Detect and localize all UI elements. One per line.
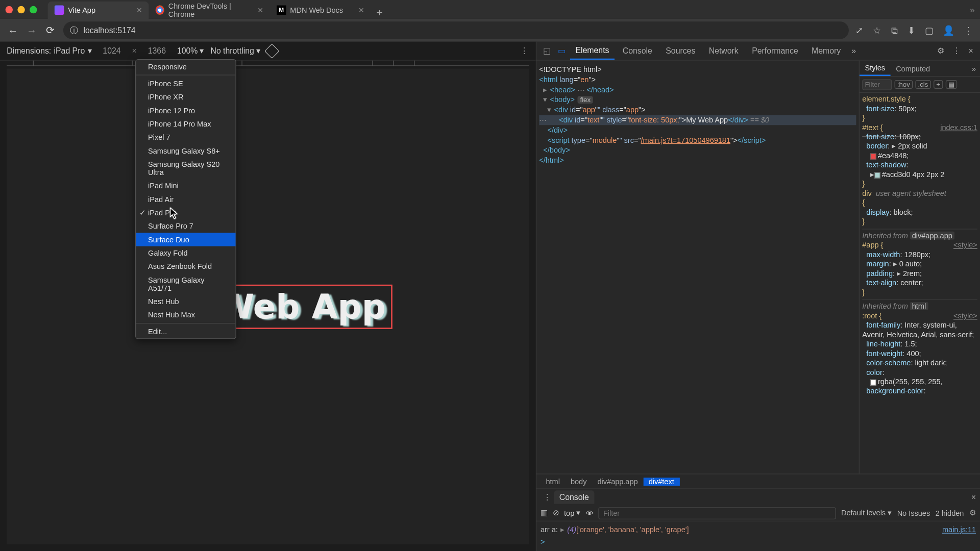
- close-drawer-icon[interactable]: ×: [971, 492, 976, 502]
- tab-mdn[interactable]: M MDN Web Docs ×: [270, 2, 371, 19]
- device-option[interactable]: iPhone 14 Pro Max: [136, 117, 235, 130]
- close-window-button[interactable]: [6, 6, 13, 13]
- console-settings-icon[interactable]: ⚙: [969, 509, 976, 517]
- console-sidebar-icon[interactable]: ▥: [541, 509, 547, 517]
- dom-tree[interactable]: <!DOCTYPE html> <html lang="en"> ▸<head>…: [536, 61, 859, 474]
- computed-tab[interactable]: Computed: [891, 61, 936, 76]
- styles-tab[interactable]: Styles: [860, 61, 891, 76]
- reload-button[interactable]: ⟳: [44, 24, 57, 36]
- drawer-tab-console[interactable]: Console: [554, 490, 594, 504]
- tab-memory[interactable]: Memory: [806, 42, 846, 60]
- new-tab-button[interactable]: +: [371, 7, 388, 19]
- tab-sources[interactable]: Sources: [660, 42, 701, 60]
- console-prompt[interactable]: >: [541, 535, 976, 548]
- device-option[interactable]: Nest Hub Max: [136, 308, 235, 321]
- color-swatch-icon[interactable]: [874, 172, 880, 178]
- more-tabs-icon[interactable]: »: [849, 46, 859, 55]
- new-rule-button[interactable]: +: [934, 80, 943, 89]
- cls-toggle[interactable]: .cls: [915, 80, 930, 89]
- device-option[interactable]: Nest Hub: [136, 295, 235, 308]
- device-option[interactable]: iPhone SE: [136, 77, 235, 90]
- mdn-favicon-icon: M: [277, 6, 286, 15]
- window-overflow-icon[interactable]: »: [970, 5, 975, 15]
- clear-console-icon[interactable]: ⊘: [553, 509, 559, 517]
- minimize-window-button[interactable]: [17, 6, 25, 13]
- live-expression-icon[interactable]: 👁: [586, 509, 594, 517]
- style-rules[interactable]: element.style { font-size: 50px; } #text…: [860, 93, 980, 473]
- close-devtools-icon[interactable]: ×: [966, 46, 976, 55]
- tab-elements[interactable]: Elements: [570, 42, 615, 60]
- color-swatch-icon[interactable]: [870, 379, 876, 385]
- device-option[interactable]: iPad Mini: [136, 179, 235, 192]
- device-option[interactable]: iPhone 12 Pro: [136, 104, 235, 117]
- computed-toggle-icon[interactable]: ▤: [945, 80, 957, 89]
- hov-toggle[interactable]: :hov: [895, 80, 913, 89]
- more-style-tabs-icon[interactable]: »: [968, 64, 980, 72]
- device-option[interactable]: Samsung Galaxy A51/71: [136, 273, 235, 294]
- dimensions-dropdown[interactable]: Dimensions: iPad Pro ▾: [7, 46, 91, 55]
- tab-console[interactable]: Console: [617, 42, 657, 60]
- close-tab-icon[interactable]: ×: [136, 5, 142, 15]
- device-option[interactable]: iPhone XR: [136, 90, 235, 104]
- color-swatch-icon[interactable]: [870, 153, 876, 159]
- device-edit-option[interactable]: Edit...: [136, 325, 235, 338]
- throttling-dropdown[interactable]: No throttling▾: [210, 46, 260, 55]
- device-toolbar: Dimensions: iPad Pro ▾ 1024 × 1366 100%▾…: [0, 42, 536, 61]
- console-filter-input[interactable]: [599, 507, 836, 519]
- device-option[interactable]: Pixel 7: [136, 131, 235, 144]
- device-option[interactable]: Surface Pro 7: [136, 219, 235, 233]
- source-link[interactable]: main.js:11: [942, 524, 976, 535]
- close-tab-icon[interactable]: ×: [359, 5, 364, 15]
- device-option[interactable]: Samsung Galaxy S20 Ultra: [136, 158, 235, 179]
- extensions-icon[interactable]: ⧉: [891, 24, 898, 36]
- log-levels-dropdown[interactable]: Default levels ▾: [841, 509, 892, 517]
- device-toggle-icon[interactable]: ▭: [555, 45, 568, 57]
- device-option-selected[interactable]: iPad Pro: [136, 206, 235, 219]
- hidden-count[interactable]: 2 hidden: [936, 509, 964, 517]
- tab-network[interactable]: Network: [703, 42, 744, 60]
- settings-gear-icon[interactable]: ⚙: [934, 46, 947, 55]
- height-input[interactable]: 1366: [143, 46, 170, 55]
- console-output[interactable]: arr a: ▸ (4) ['orange', 'banana', 'apple…: [536, 521, 980, 551]
- forward-button[interactable]: →: [26, 24, 38, 36]
- width-input[interactable]: 1024: [99, 46, 126, 55]
- tab-devtools-docs[interactable]: Chrome DevTools | Chrome ×: [149, 2, 270, 19]
- device-toolbar-menu-icon[interactable]: ⋮: [520, 46, 529, 55]
- crumb-html[interactable]: html: [541, 478, 566, 486]
- device-dropdown-menu: Responsive iPhone SE iPhone XR iPhone 12…: [135, 59, 236, 339]
- rendered-page[interactable]: My Web App: [7, 69, 529, 544]
- device-option-highlighted[interactable]: Surface Duo: [136, 233, 235, 246]
- zoom-dropdown[interactable]: 100%▾: [177, 46, 204, 55]
- device-option[interactable]: iPad Air: [136, 192, 235, 206]
- chrome-menu-icon[interactable]: ⋮: [964, 24, 973, 36]
- crumb-body[interactable]: body: [565, 478, 592, 486]
- close-tab-icon[interactable]: ×: [258, 5, 263, 15]
- profile-avatar-icon[interactable]: 👤: [943, 24, 954, 36]
- bookmark-star-icon[interactable]: ☆: [873, 24, 881, 36]
- device-option-responsive[interactable]: Responsive: [136, 60, 235, 73]
- styles-filter-input[interactable]: [862, 79, 892, 90]
- tab-performance[interactable]: Performance: [747, 42, 804, 60]
- device-option[interactable]: Galaxy Fold: [136, 246, 235, 260]
- side-panel-icon[interactable]: ▢: [925, 24, 934, 36]
- downloads-icon[interactable]: ⬇: [908, 24, 916, 36]
- dom-selected-node: ⋯ <div id="text"" style="font-size: 50px…: [539, 115, 856, 125]
- maximize-window-button[interactable]: [30, 6, 37, 13]
- devtools-menu-icon[interactable]: ⋮: [950, 46, 963, 55]
- mouse-cursor-icon: [169, 207, 179, 221]
- zoom-indicator-icon[interactable]: ⤢: [855, 24, 864, 36]
- context-dropdown[interactable]: top ▾: [564, 509, 580, 517]
- device-option[interactable]: Samsung Galaxy S8+: [136, 144, 235, 157]
- crumb-text[interactable]: div#text: [643, 478, 679, 486]
- drawer-menu-icon[interactable]: ⋮: [541, 492, 554, 502]
- element-picker-icon[interactable]: ◱: [541, 45, 553, 57]
- back-button[interactable]: ←: [7, 24, 19, 36]
- crumb-app[interactable]: div#app.app: [592, 478, 643, 486]
- rotate-device-icon[interactable]: [264, 43, 280, 59]
- issues-indicator[interactable]: No Issues: [897, 509, 930, 517]
- traffic-lights: [6, 6, 37, 13]
- tab-vite-app[interactable]: Vite App ×: [48, 2, 149, 19]
- url-field[interactable]: ⓘ localhost:5174: [63, 21, 849, 39]
- device-option[interactable]: Asus Zenbook Fold: [136, 260, 235, 273]
- site-info-icon[interactable]: ⓘ: [70, 24, 78, 36]
